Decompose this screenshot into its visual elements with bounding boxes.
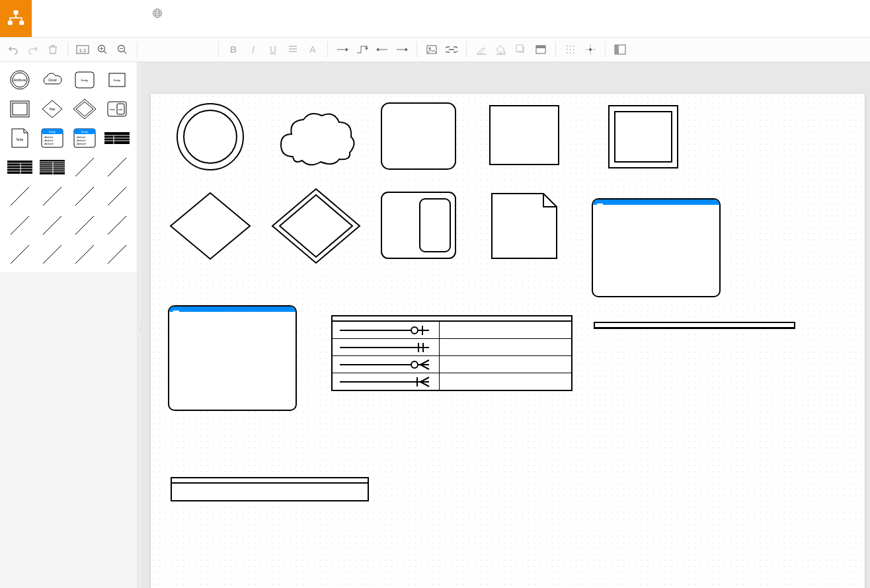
- shadow-button[interactable]: [512, 40, 530, 59]
- note-shape[interactable]: [488, 190, 561, 262]
- shape-entity-double[interactable]: [5, 96, 34, 122]
- shape-line-10[interactable]: [103, 213, 132, 238]
- menu-view[interactable]: [66, 12, 79, 17]
- shape-line-5[interactable]: [71, 184, 99, 209]
- entity-table-1[interactable]: [592, 198, 721, 297]
- svg-line-96: [11, 216, 29, 235]
- shape-attribute[interactable]: Attribute: [5, 67, 34, 92]
- svg-rect-107: [490, 106, 559, 165]
- shape-line-12[interactable]: [38, 242, 66, 267]
- shape-ie-table[interactable]: [5, 155, 34, 180]
- canvas-area[interactable]: [141, 62, 870, 588]
- menu-format[interactable]: [79, 12, 93, 17]
- svg-line-93: [43, 187, 61, 205]
- ie-notation-table[interactable]: [331, 315, 573, 391]
- shape-main-sub[interactable]: mainsub: [103, 96, 132, 122]
- shape-line-1[interactable]: [71, 155, 99, 180]
- delete-button[interactable]: [44, 40, 62, 59]
- gradient-button[interactable]: [532, 40, 550, 59]
- shape-line-13[interactable]: [71, 242, 99, 267]
- svg-rect-106: [381, 103, 455, 169]
- shape-entity-rounded[interactable]: Entity: [71, 67, 99, 92]
- font-family-field[interactable]: [143, 44, 189, 55]
- entity-rect-shape[interactable]: [488, 104, 561, 166]
- cloud-shape[interactable]: [273, 104, 359, 170]
- fill-color-button[interactable]: [492, 40, 510, 59]
- svg-rect-1: [8, 21, 13, 25]
- toolbar: 1:1 B I U A: [0, 37, 870, 62]
- entity-double-shape[interactable]: [607, 104, 680, 170]
- main-sub-shape[interactable]: [379, 190, 458, 261]
- menu-options[interactable]: [119, 12, 132, 17]
- language-icon[interactable]: [145, 5, 169, 23]
- svg-point-104: [177, 104, 243, 170]
- attribute-shape[interactable]: [171, 100, 250, 173]
- actual-size-button[interactable]: 1:1: [73, 40, 92, 59]
- svg-line-124: [420, 377, 429, 382]
- waypoint-button[interactable]: [353, 40, 372, 59]
- shape-line-3[interactable]: [5, 184, 34, 209]
- align-button[interactable]: [284, 40, 302, 59]
- shape-entity-table-blue[interactable]: Entity+Attribute1+Attribute2+Attribute3: [38, 126, 66, 151]
- menu-arrange[interactable]: [106, 12, 119, 17]
- menu-help[interactable]: [132, 12, 145, 17]
- font-color-button[interactable]: A: [303, 40, 322, 59]
- bachman-notation-table[interactable]: [594, 322, 795, 329]
- entity-rounded-shape[interactable]: [379, 100, 458, 172]
- undo-button[interactable]: [4, 40, 22, 59]
- shape-table-dark[interactable]: [103, 126, 132, 151]
- insert-link-button[interactable]: [442, 40, 461, 59]
- outline-button[interactable]: [611, 40, 629, 59]
- menu-text[interactable]: [93, 12, 106, 17]
- line-end-button[interactable]: [393, 40, 411, 59]
- shape-entity-table-blue2[interactable]: Entity+Attribute1+Attribute2+Attribute3: [71, 126, 99, 151]
- entity-table-2[interactable]: [168, 305, 297, 411]
- shape-line-9[interactable]: [71, 213, 99, 238]
- redo-button[interactable]: [24, 40, 42, 59]
- shape-has-double[interactable]: [71, 96, 99, 122]
- diagram-page[interactable]: [151, 94, 865, 588]
- menu-edit[interactable]: [53, 12, 66, 17]
- shape-cloud[interactable]: Cloud: [38, 67, 66, 92]
- svg-text:+Attribute3: +Attribute3: [76, 143, 86, 145]
- chen-notation-table[interactable]: [171, 477, 369, 501]
- svg-text:Entity: Entity: [114, 79, 120, 82]
- connector-lines[interactable]: [415, 474, 865, 553]
- connection-button[interactable]: [333, 40, 352, 59]
- guides-button[interactable]: [581, 40, 600, 59]
- app-logo[interactable]: [0, 0, 32, 37]
- insert-image-button[interactable]: [422, 40, 441, 59]
- shape-note[interactable]: Note: [5, 126, 34, 151]
- line-start-button[interactable]: [373, 40, 391, 59]
- bold-button[interactable]: B: [224, 40, 243, 59]
- zoom-in-button[interactable]: [93, 40, 112, 59]
- grid-dots-button[interactable]: [561, 40, 580, 59]
- shape-line-7[interactable]: [5, 213, 34, 238]
- shape-line-14[interactable]: [103, 242, 132, 267]
- shape-line-11[interactable]: [5, 242, 34, 267]
- shape-line-6[interactable]: [103, 184, 132, 209]
- shape-has[interactable]: Has: [38, 96, 66, 122]
- menu-file[interactable]: [40, 12, 53, 17]
- italic-button[interactable]: I: [244, 40, 262, 59]
- svg-line-97: [43, 216, 61, 235]
- entity-relation-shapes: Attribute Cloud Entity Entity Has mainsu…: [0, 62, 137, 272]
- line-color-button[interactable]: [472, 40, 491, 59]
- shape-entity-rect[interactable]: Entity: [103, 67, 132, 92]
- svg-rect-42: [615, 45, 619, 54]
- shapes-sidebar: Attribute Cloud Entity Entity Has mainsu…: [0, 62, 138, 588]
- has-double-shape[interactable]: [270, 186, 362, 266]
- titlebar: [0, 0, 870, 37]
- underline-button[interactable]: U: [264, 40, 282, 59]
- svg-line-98: [75, 216, 94, 235]
- shape-bach-table[interactable]: [38, 155, 66, 180]
- svg-point-34: [567, 52, 568, 54]
- shape-line-4[interactable]: [38, 184, 66, 209]
- has-shape[interactable]: [167, 190, 253, 262]
- shape-line-8[interactable]: [38, 213, 66, 238]
- zoom-out-button[interactable]: [113, 40, 132, 59]
- svg-point-33: [573, 49, 574, 50]
- connector-lines-2[interactable]: [415, 546, 865, 588]
- font-size-field[interactable]: [190, 44, 213, 55]
- shape-line-2[interactable]: [103, 155, 132, 180]
